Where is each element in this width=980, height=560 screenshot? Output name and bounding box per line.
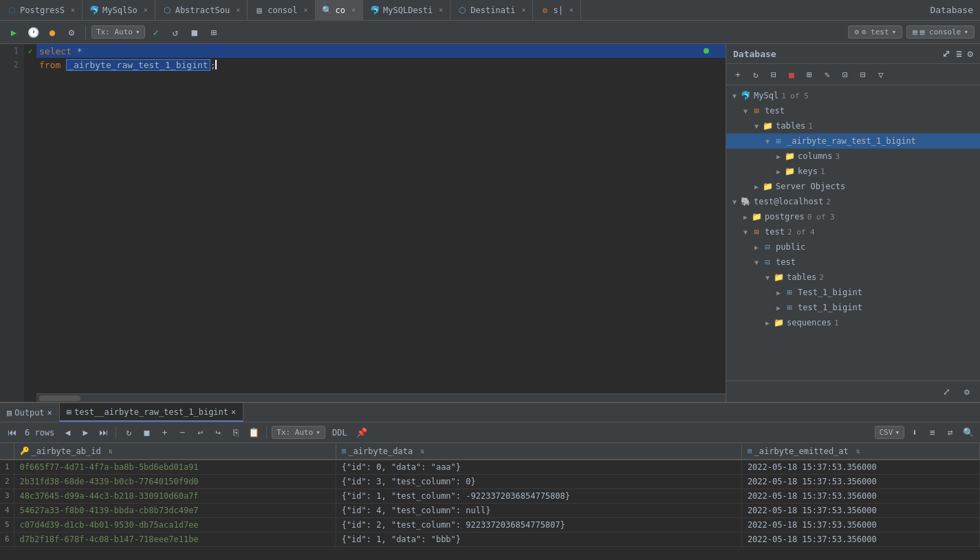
- tree-item-mysql[interactable]: ▼ 🐬 MySql 1 of 5: [726, 88, 980, 103]
- cell-data[interactable]: {"id": 2, "test_column": 922337203685477…: [336, 517, 741, 532]
- commit-button[interactable]: ✓: [148, 24, 164, 41]
- h-scrollbar[interactable]: [36, 394, 726, 402]
- zoom-btn[interactable]: 🔍: [961, 425, 976, 440]
- db-footer-settings[interactable]: ⚙: [959, 384, 974, 399]
- tree-item-tables2[interactable]: ▼ 📁 tables 2: [726, 270, 980, 285]
- db-schema-btn[interactable]: ⊡: [838, 67, 853, 82]
- cell-emitted[interactable]: 2022-05-18 15:37:53.356000: [741, 517, 979, 532]
- tab-mysqldesti[interactable]: 🐬 MySQLDesti ×: [363, 0, 450, 20]
- tree-arrow-sequences[interactable]: ▶: [762, 319, 773, 327]
- redo-btn[interactable]: ↪: [210, 425, 226, 440]
- gear-settings-icon[interactable]: ⚙: [968, 48, 973, 59]
- cell-emitted[interactable]: 2022-05-18 15:37:53.356000: [741, 503, 979, 517]
- tree-item-keys[interactable]: ▶ 📁 keys 1: [726, 164, 980, 179]
- export-btn[interactable]: ⬇: [907, 425, 922, 440]
- tab-abstractsou[interactable]: ⬡ AbstractSou ×: [155, 0, 248, 20]
- add-row-btn[interactable]: +: [157, 425, 172, 440]
- tree-item-localhost[interactable]: ▼ 🐘 test@localhost 2: [726, 194, 980, 209]
- tab-mysqlso[interactable]: 🐬 MySqlSo ×: [83, 0, 155, 20]
- editor-area[interactable]: select * from _airbyte_raw_test_1_bigint…: [36, 44, 726, 402]
- sort-icon-2[interactable]: ⇅: [420, 447, 424, 455]
- tab-s[interactable]: ⚙ s| ×: [533, 0, 580, 20]
- db-footer-expand[interactable]: ⤢: [939, 384, 954, 399]
- del-row-btn[interactable]: −: [175, 425, 190, 440]
- cell-data[interactable]: {"id": 1, "test_column": -92233720368547…: [336, 488, 741, 503]
- db-refresh-btn[interactable]: ↻: [748, 67, 763, 82]
- last-btn[interactable]: ⏭: [96, 425, 111, 440]
- ddl-btn[interactable]: DDL: [328, 428, 351, 438]
- table-tab-close[interactable]: ×: [231, 407, 236, 417]
- tree-arrow-test1[interactable]: ▶: [773, 289, 784, 297]
- tree-arrow-postgres[interactable]: ▶: [740, 213, 751, 221]
- cell-emitted[interactable]: 2022-05-18 15:37:53.356000: [741, 488, 979, 503]
- editor-line-2[interactable]: from _airbyte_raw_test_1_bigint ;: [36, 58, 726, 72]
- stop-btn[interactable]: ■: [139, 425, 154, 440]
- paste-btn[interactable]: 📋: [246, 425, 261, 440]
- col-data-header[interactable]: ⊞ _airbyte_data ⇅: [336, 443, 741, 460]
- h-scrollbar-thumb[interactable]: [39, 396, 80, 401]
- tab-close[interactable]: ×: [304, 6, 308, 14]
- expand-icon[interactable]: ⤢: [942, 48, 950, 59]
- tree-arrow-public[interactable]: ▶: [751, 244, 762, 251]
- tx-dropdown[interactable]: Tx: Auto ▾: [91, 25, 145, 39]
- tree-item-test-schema[interactable]: ▼ ⊞ test: [726, 103, 980, 118]
- tab-destinati[interactable]: ⬡ Destinati ×: [450, 0, 533, 20]
- first-btn[interactable]: ⏮: [4, 425, 19, 440]
- history-button[interactable]: 🕐: [25, 24, 41, 41]
- tree-arrow-server[interactable]: ▶: [751, 183, 762, 191]
- tree-arrow-test[interactable]: ▼: [740, 107, 751, 115]
- tab-close[interactable]: ×: [71, 6, 75, 14]
- cell-data[interactable]: {"id": 1, "data": "bbb"}: [336, 532, 741, 546]
- tree-arrow-testschema2[interactable]: ▼: [751, 259, 762, 266]
- tree-item-columns[interactable]: ▶ 📁 columns 3: [726, 149, 980, 164]
- cell-emitted[interactable]: 2022-05-18 15:37:53.356000: [741, 460, 979, 475]
- tree-arrow-test1lower[interactable]: ▶: [773, 304, 784, 312]
- tab-postgress[interactable]: ⬡ PostgresS ×: [0, 0, 83, 20]
- tab-close[interactable]: ×: [351, 6, 356, 14]
- copy-btn[interactable]: ⎘: [228, 425, 243, 440]
- tree-item-test1bigint[interactable]: ▶ ⊞ Test_1_bigint: [726, 285, 980, 300]
- cell-data[interactable]: {"id": 0, "data": "aaa"}: [336, 460, 741, 475]
- cell-ab-id[interactable]: 54627a33-f8b0-4139-bbda-cb8b73dc49e7: [14, 503, 336, 517]
- table-row[interactable]: 4 54627a33-f8b0-4139-bbda-cb8b73dc49e7 {…: [0, 503, 980, 517]
- run-button[interactable]: ▶: [6, 24, 22, 41]
- table-row[interactable]: 5 c07d4d39-d1cb-4b01-9530-db75aca1d7ee {…: [0, 517, 980, 532]
- tree-item-airbyte-table[interactable]: ▼ ⊞ _airbyte_raw_test_1_bigint: [726, 133, 980, 149]
- cell-emitted[interactable]: 2022-05-18 15:37:53.356000: [741, 474, 979, 488]
- tree-item-test-schema2[interactable]: ▼ ⊟ test: [726, 255, 980, 270]
- undo-btn[interactable]: ↩: [193, 425, 208, 440]
- editor-line-1[interactable]: select *: [36, 44, 726, 58]
- db-collapse-btn[interactable]: ⊟: [766, 67, 781, 82]
- cell-data[interactable]: {"id": 3, "test_column": 0}: [336, 474, 741, 488]
- db-add-btn[interactable]: +: [730, 67, 745, 82]
- tree-item-tables[interactable]: ▼ 📁 tables 1: [726, 118, 980, 133]
- db-table-icon[interactable]: ⊞: [802, 67, 817, 82]
- tree-arrow-mysql[interactable]: ▼: [729, 92, 740, 100]
- bottom-tab-output[interactable]: ▤ Output ×: [0, 403, 60, 422]
- tree-item-postgres[interactable]: ▶ 📁 postgres 0 of 3: [726, 209, 980, 224]
- sort-icon-1[interactable]: ⇅: [109, 447, 113, 455]
- bottom-tab-table[interactable]: ⊞ test__airbyte_raw_test_1_bigint ×: [60, 403, 243, 422]
- cell-ab-id[interactable]: d7b2f18f-678f-4c08-b147-718eee7e11be: [14, 532, 336, 546]
- col-emitted-header[interactable]: ⊞ _airbyte_emitted_at ⇅: [741, 443, 979, 460]
- table-row[interactable]: 3 48c37645-d99a-44c3-b218-330910d60a7f {…: [0, 488, 980, 503]
- tab-consol[interactable]: ▤ consol ×: [248, 0, 315, 20]
- editor-empty-area[interactable]: [36, 219, 726, 394]
- db-console-btn[interactable]: ⊟: [856, 67, 871, 82]
- results-button[interactable]: ⊞: [206, 24, 222, 41]
- output-close[interactable]: ×: [47, 408, 52, 418]
- tab-close[interactable]: ×: [144, 6, 148, 14]
- table-row[interactable]: 6 d7b2f18f-678f-4c08-b147-718eee7e11be {…: [0, 532, 980, 546]
- filter-cols-btn[interactable]: ≡: [925, 425, 940, 440]
- tree-arrow-columns[interactable]: ▶: [773, 153, 784, 160]
- cell-data[interactable]: {"id": 4, "test_column": null}: [336, 503, 741, 517]
- stop-button[interactable]: ■: [186, 24, 203, 41]
- tree-arrow-tables2[interactable]: ▼: [762, 274, 773, 281]
- tree-item-server-objects[interactable]: ▶ 📁 Server Objects: [726, 179, 980, 194]
- cell-ab-id[interactable]: 2b31fd38-68de-4339-b0cb-77640150f9d0: [14, 474, 336, 488]
- db-filter-btn[interactable]: ▽: [873, 67, 889, 82]
- pin-btn[interactable]: 📌: [354, 425, 369, 440]
- tree-arrow-airbyte[interactable]: ▼: [762, 138, 773, 145]
- tab-close[interactable]: ×: [439, 6, 443, 14]
- prev-btn[interactable]: ◀: [60, 425, 75, 440]
